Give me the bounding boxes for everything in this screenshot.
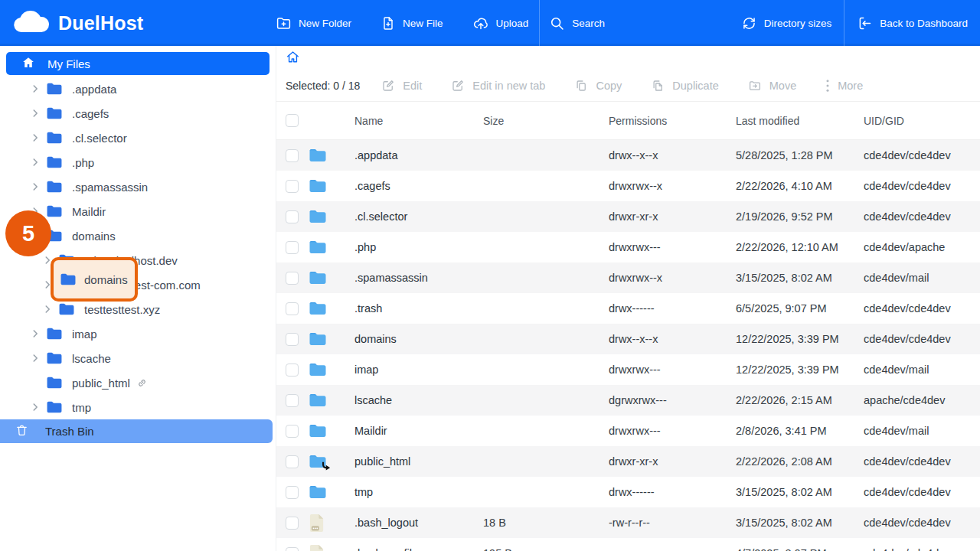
- sidebar-item-imap[interactable]: imap: [0, 321, 276, 346]
- column-uid-gid[interactable]: UID/GID: [864, 115, 980, 127]
- column-last-modified[interactable]: Last modified: [736, 115, 864, 127]
- chevron-right-icon[interactable]: [41, 303, 54, 315]
- cell-name[interactable]: Maildir: [354, 425, 483, 437]
- row-checkbox[interactable]: [286, 241, 299, 254]
- row-checkbox[interactable]: [286, 486, 299, 499]
- row-checkbox[interactable]: [286, 455, 299, 468]
- select-all-checkbox[interactable]: [286, 114, 299, 127]
- ellipsis-vertical-icon: [825, 79, 830, 93]
- row-checkbox[interactable]: [286, 333, 299, 346]
- sidebar-item-appdata[interactable]: .appdata: [0, 77, 276, 101]
- chevron-right-icon[interactable]: [29, 401, 41, 413]
- cell-name[interactable]: lscache: [354, 394, 483, 406]
- sidebar-item-testtesttest-xyz[interactable]: testtesttest.xyz: [0, 297, 276, 321]
- new-folder-button[interactable]: New Folder: [276, 15, 351, 31]
- sidebar-item-tmp[interactable]: tmp: [0, 395, 276, 419]
- top-bar-divider: [539, 0, 540, 46]
- sidebar-item-php[interactable]: .php: [0, 150, 276, 174]
- chevron-right-icon[interactable]: [29, 156, 41, 168]
- row-checkbox[interactable]: [286, 364, 299, 377]
- folder-icon: [46, 376, 63, 390]
- cell-name[interactable]: .bash_profile: [354, 547, 483, 551]
- table-row[interactable]: domainsdrwx--x--x12/22/2025, 3:39 PMcde4…: [276, 324, 980, 354]
- edit-new-tab-button[interactable]: Edit in new tab: [451, 79, 545, 93]
- cell-name[interactable]: .cagefs: [354, 180, 483, 192]
- sidebar-item-public-html[interactable]: public_html: [0, 370, 276, 395]
- chevron-right-icon[interactable]: [29, 352, 41, 364]
- column-permissions[interactable]: Permissions: [609, 115, 736, 127]
- sidebar-item-cagefs[interactable]: .cagefs: [0, 101, 276, 126]
- folder-icon: [309, 484, 328, 500]
- new-file-button[interactable]: New File: [381, 15, 443, 31]
- row-checkbox[interactable]: [286, 547, 299, 551]
- copy-button[interactable]: Copy: [574, 79, 622, 93]
- row-checkbox[interactable]: [286, 302, 299, 315]
- table-row[interactable]: .trashdrwx------6/5/2025, 9:07 PMcde4dev…: [276, 293, 980, 324]
- row-checkbox[interactable]: [286, 149, 299, 162]
- chevron-right-icon[interactable]: [29, 83, 41, 95]
- cell-name[interactable]: public_html: [354, 455, 483, 468]
- cell-name[interactable]: .php: [354, 241, 483, 253]
- directory-sizes-button[interactable]: Directory sizes: [741, 15, 832, 31]
- cell-last-modified: 2/22/2026, 4:10 AM: [736, 180, 864, 192]
- search-button[interactable]: Search: [549, 15, 605, 31]
- sidebar-item-trash-bin[interactable]: Trash Bin: [0, 419, 273, 443]
- table-row[interactable]: Maildirdrwxrwx---2/8/2026, 3:41 PMcde4de…: [276, 416, 980, 446]
- cell-name[interactable]: .spamassassin: [354, 272, 483, 284]
- row-checkbox[interactable]: [286, 272, 299, 285]
- cell-uid-gid: cde4dev/cde4dev: [864, 149, 980, 161]
- column-size[interactable]: Size: [483, 115, 609, 127]
- chevron-right-icon[interactable]: [29, 181, 41, 193]
- trash-icon: [15, 423, 28, 439]
- table-row[interactable]: .cagefsdrwxrwx--x2/22/2026, 4:10 AMcde4d…: [276, 171, 980, 201]
- cell-name[interactable]: .appdata: [354, 149, 483, 161]
- chevron-right-icon[interactable]: [29, 107, 41, 119]
- row-checkbox[interactable]: [286, 517, 299, 530]
- cell-name[interactable]: .trash: [354, 302, 483, 315]
- duplicate-button[interactable]: Duplicate: [651, 79, 718, 93]
- sidebar-item-my-files[interactable]: My Files: [6, 52, 270, 75]
- table-row[interactable]: .bash_logout18 B-rw-r--r--3/15/2025, 8:0…: [276, 507, 980, 538]
- table-row[interactable]: .appdatadrwx--x--x5/28/2025, 1:28 PMcde4…: [276, 140, 980, 171]
- more-button[interactable]: More: [825, 79, 863, 93]
- cell-permissions: drwxrwx---: [609, 364, 736, 376]
- move-button[interactable]: Move: [748, 79, 796, 93]
- cell-name[interactable]: domains: [354, 333, 483, 345]
- table-row[interactable]: .cl.selectordrwxr-xr-x2/19/2026, 9:52 PM…: [276, 201, 980, 232]
- upload-button[interactable]: Upload: [472, 15, 529, 31]
- home-breadcrumb-icon[interactable]: [286, 50, 300, 67]
- folder-icon: [309, 147, 328, 164]
- cell-name[interactable]: tmp: [354, 486, 483, 498]
- sync-icon: [741, 15, 757, 31]
- row-checkbox[interactable]: [286, 180, 299, 193]
- chevron-right-icon[interactable]: [29, 328, 41, 340]
- row-checkbox[interactable]: [286, 210, 299, 223]
- table-row[interactable]: public_htmldrwxr-xr-x2/22/2026, 2:08 AMc…: [276, 446, 980, 477]
- table-row[interactable]: .phpdrwxrwx---2/22/2026, 12:10 AMcde4dev…: [276, 232, 980, 262]
- cell-name[interactable]: imap: [354, 364, 483, 376]
- table-row[interactable]: lscachedgrwxrwx---2/22/2026, 2:15 AMapac…: [276, 385, 980, 416]
- table-row[interactable]: imapdrwxrwx---12/22/2025, 3:39 PMcde4dev…: [276, 354, 980, 385]
- table-row[interactable]: .bash_profile195 B-rw-r--r--4/7/2025, 8:…: [276, 538, 980, 551]
- sidebar-item-cl-selector[interactable]: .cl.selector: [0, 126, 276, 150]
- row-checkbox[interactable]: [286, 394, 299, 407]
- edit-button[interactable]: Edit: [381, 79, 422, 93]
- sidebar-item-label: imap: [72, 328, 97, 341]
- sidebar-item-lscache[interactable]: lscache: [0, 346, 276, 370]
- cell-last-modified: 5/28/2025, 1:28 PM: [736, 149, 864, 161]
- drag-ghost-domains[interactable]: domains: [51, 257, 138, 302]
- table-row[interactable]: .spamassassindrwxrwx--x3/15/2025, 8:02 A…: [276, 262, 980, 293]
- row-checkbox[interactable]: [286, 425, 299, 438]
- column-name[interactable]: Name: [354, 115, 483, 127]
- cell-name[interactable]: .bash_logout: [354, 517, 483, 529]
- sidebar-item-duelhost-test-com-com[interactable]: duelhost-test-com.com: [0, 272, 276, 297]
- cell-last-modified: 2/19/2026, 9:52 PM: [736, 210, 864, 223]
- main-panel: Selected: 0 / 18 Edit Edit in new tab Co…: [276, 46, 980, 551]
- cell-name[interactable]: .cl.selector: [354, 210, 483, 223]
- chevron-right-icon[interactable]: [29, 132, 41, 144]
- cell-last-modified: 4/7/2025, 8:07 PM: [736, 547, 864, 551]
- action-toolbar: Selected: 0 / 18 Edit Edit in new tab Co…: [276, 70, 980, 102]
- sidebar-item-spamassassin[interactable]: .spamassassin: [0, 174, 276, 199]
- table-row[interactable]: tmpdrwx------3/15/2025, 8:02 AMcde4dev/c…: [276, 477, 980, 507]
- back-to-dashboard-button[interactable]: Back to Dashboard: [857, 15, 980, 31]
